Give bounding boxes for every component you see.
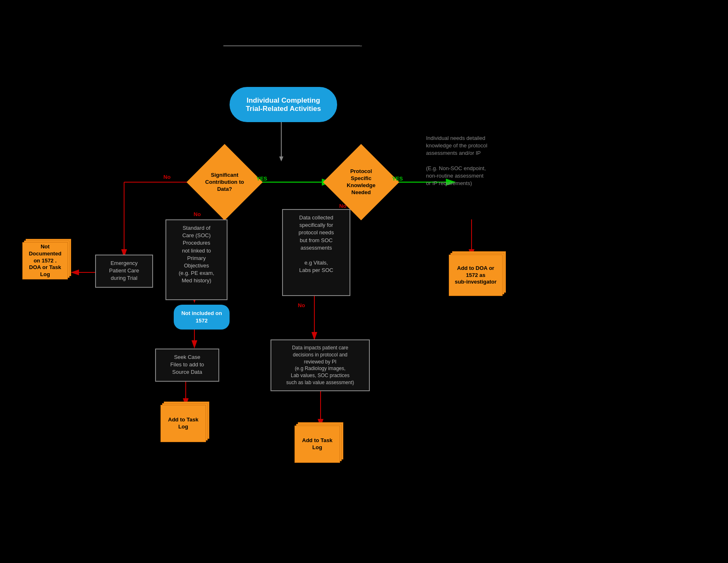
svg-marker-1	[279, 156, 283, 161]
emergency-rect-label: EmergencyPatient Careduring Trial	[109, 260, 139, 281]
yes2-label: YES	[392, 176, 403, 182]
data-collected-rect: Data collectedspecifically forprotocol n…	[282, 209, 350, 296]
protocol-knowledge-label: Individual needs detailedknowledge of th…	[426, 135, 534, 187]
protocol-knowledge-text: Individual needs detailedknowledge of th…	[426, 135, 487, 186]
add-tasklist-left-note: Add to TaskLog	[160, 405, 209, 445]
add-doa-label: Add to DOA or1572 assub-investigator	[449, 255, 503, 296]
data-impacts-rect: Data impacts patient caredecisions in pr…	[271, 339, 370, 391]
soc-rect: Standard ofCare (SOC)Proceduresnot linke…	[165, 219, 228, 300]
add-doa-note: Add to DOA or1572 assub-investigator	[449, 255, 503, 296]
top-line	[223, 46, 362, 46]
soc-rect-label: Standard ofCare (SOC)Proceduresnot linke…	[179, 225, 214, 284]
no4-label: No	[298, 302, 305, 308]
data-collected-label: Data collectedspecifically forprotocol n…	[299, 214, 334, 273]
emergency-rect: EmergencyPatient Careduring Trial	[95, 255, 153, 288]
diamond2-label: ProtocolSpecific KnowledgeNeeded	[338, 168, 384, 196]
not-documented-note: NotDocumentedon 1572 .DOA or TaskLog	[22, 242, 71, 283]
add-tasklist-left-label: Add to TaskLog	[160, 405, 206, 442]
not-documented-label: NotDocumentedon 1572 .DOA or TaskLog	[22, 242, 68, 279]
seek-case-label: Seek CaseFiles to add toSource Data	[170, 354, 204, 375]
add-tasklist-right-label: Add to TaskLog	[295, 426, 340, 463]
add-tasklist-right-note: Add to TaskLog	[295, 426, 343, 466]
data-impacts-label: Data impacts patient caredecisions in pr…	[286, 345, 354, 385]
flowchart-canvas: Individual Completing Trial-Related Acti…	[0, 0, 728, 563]
yes1-label: YES	[256, 176, 267, 182]
diamond1-container: SignificantContribution toData?	[198, 155, 251, 209]
diamond1-label: SignificantContribution toData?	[202, 172, 247, 193]
start-node: Individual Completing Trial-Related Acti…	[230, 87, 337, 122]
diamond2-container: ProtocolSpecific KnowledgeNeeded	[334, 155, 388, 209]
not-included-label: Not included on1572	[181, 310, 222, 324]
start-node-label: Individual Completing Trial-Related Acti…	[246, 96, 321, 113]
seek-case-rect: Seek CaseFiles to add toSource Data	[155, 349, 219, 382]
not-included-node: Not included on1572	[174, 305, 230, 330]
no1-label: No	[163, 174, 170, 180]
no2-label: No	[194, 211, 201, 217]
no3-label: No	[339, 203, 346, 209]
